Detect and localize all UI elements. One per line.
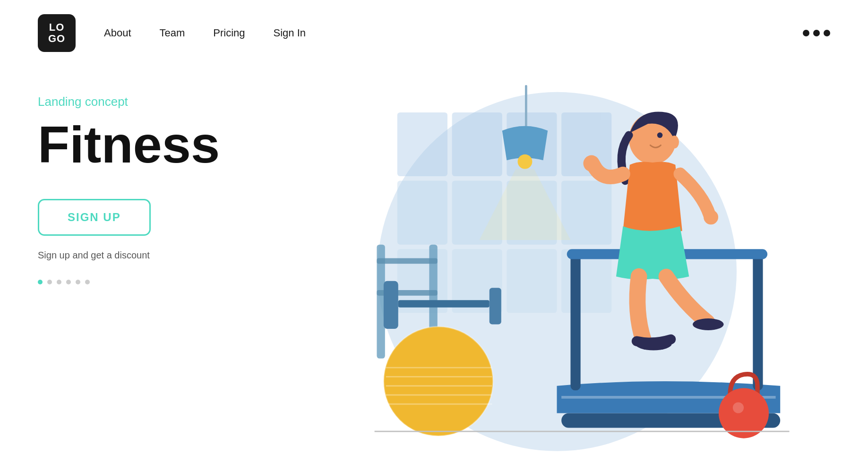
- nav-pricing[interactable]: Pricing: [213, 27, 245, 39]
- indicator-3[interactable]: [57, 280, 61, 284]
- svg-rect-4: [397, 181, 447, 245]
- signup-description: Sign up and get a discount: [38, 250, 284, 261]
- svg-rect-7: [561, 181, 611, 245]
- svg-point-38: [583, 155, 600, 172]
- indicator-4[interactable]: [66, 280, 71, 284]
- hero-left: Landing concept Fitness SIGN UP Sign up …: [38, 85, 284, 284]
- nav-about[interactable]: About: [104, 27, 131, 39]
- svg-rect-20: [490, 288, 501, 324]
- svg-point-33: [719, 388, 769, 438]
- svg-point-37: [670, 136, 679, 148]
- svg-point-40: [635, 337, 671, 350]
- svg-rect-31: [753, 254, 763, 390]
- svg-point-41: [693, 318, 724, 330]
- logo-line1: LO: [49, 22, 65, 33]
- dot-2: [813, 30, 820, 36]
- svg-rect-0: [397, 112, 447, 176]
- logo-line2: GO: [48, 33, 65, 44]
- hero-illustration: [284, 85, 830, 463]
- gym-illustration: [284, 85, 830, 463]
- indicator-2[interactable]: [47, 280, 52, 284]
- logo[interactable]: LO GO: [38, 14, 76, 52]
- hero-title: Fitness: [38, 119, 284, 171]
- indicator-6[interactable]: [85, 280, 90, 284]
- nav-team[interactable]: Team: [160, 27, 185, 39]
- dot-3: [824, 30, 830, 36]
- navigation: About Team Pricing Sign In: [104, 27, 803, 39]
- indicator-1[interactable]: [38, 280, 43, 284]
- svg-rect-30: [570, 254, 580, 390]
- svg-point-36: [657, 132, 663, 138]
- header: LO GO About Team Pricing Sign In: [0, 0, 868, 66]
- svg-rect-12: [525, 85, 527, 130]
- dot-1: [803, 30, 809, 36]
- svg-point-39: [704, 210, 718, 224]
- svg-rect-10: [507, 249, 557, 313]
- more-menu[interactable]: [803, 30, 830, 36]
- svg-rect-18: [384, 281, 398, 329]
- svg-point-13: [518, 154, 533, 169]
- hero-section: Landing concept Fitness SIGN UP Sign up …: [0, 66, 868, 463]
- svg-rect-1: [452, 112, 502, 176]
- svg-rect-19: [398, 300, 490, 307]
- signup-button[interactable]: SIGN UP: [38, 199, 151, 236]
- hero-subtitle: Landing concept: [38, 94, 284, 109]
- svg-point-34: [733, 402, 744, 413]
- nav-signin[interactable]: Sign In: [274, 27, 306, 39]
- indicator-5[interactable]: [76, 280, 80, 284]
- page-indicators: [38, 280, 284, 284]
- svg-rect-16: [377, 258, 437, 264]
